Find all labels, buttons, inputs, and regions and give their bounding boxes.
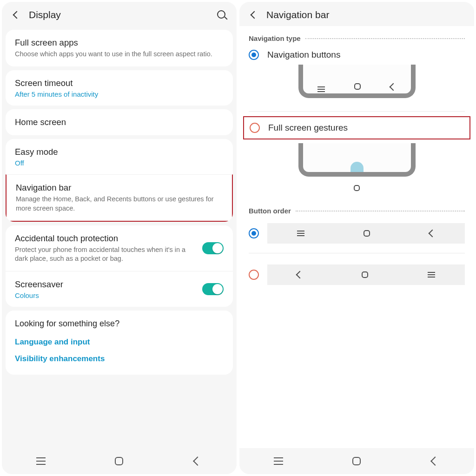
full-screen-gestures-preview [239,141,474,198]
navigation-bar-settings-screen: Navigation bar Navigation type Navigatio… [239,2,474,474]
page-title: Display [29,9,215,20]
navigation-buttons-option[interactable]: Navigation buttons [239,44,474,63]
home-icon [364,230,370,237]
recents-icon [274,461,283,462]
home-icon [115,457,123,465]
screensaver-toggle[interactable] [202,283,224,295]
radio-unselected-icon [249,270,259,280]
header: Display [2,2,237,26]
settings-list: Full screen apps Choose which apps you w… [2,26,237,448]
accidental-touch-toggle[interactable] [202,242,224,254]
home-button[interactable] [338,454,375,468]
recents-icon [317,89,325,90]
home-button[interactable] [100,454,138,468]
navbar-settings-content: Navigation type Navigation buttons [239,26,474,448]
navigation-buttons-preview [239,63,474,111]
page-title: Navigation bar [266,9,466,20]
accidental-touch-row[interactable]: Accidental touch protection Protect your… [6,225,233,271]
home-icon [362,271,368,278]
navigation-bar-row[interactable]: Navigation bar Manage the Home, Back, an… [6,174,233,221]
language-input-link[interactable]: Language and input [15,334,224,350]
display-settings-screen: Display Full screen apps Choose which ap… [2,2,237,474]
recents-button[interactable] [22,454,60,468]
back-icon [429,230,436,238]
home-icon [354,185,360,191]
recents-button[interactable] [260,454,297,468]
screen-timeout-row[interactable]: Screen timeout After 5 minutes of inacti… [6,70,233,106]
easy-mode-row[interactable]: Easy mode Off [6,139,233,174]
back-icon [389,83,397,91]
back-system-button[interactable] [179,454,216,468]
back-icon [430,456,440,466]
back-button[interactable] [10,8,23,21]
search-button[interactable] [215,8,228,21]
visibility-enhancements-link[interactable]: Visibility enhancements [15,350,224,367]
back-icon [296,271,304,279]
gesture-pill-icon [350,162,364,172]
back-button[interactable] [248,8,261,21]
button-order-option-1[interactable] [239,217,474,250]
home-icon [354,83,361,90]
screensaver-row[interactable]: Screensaver Colours [6,271,233,307]
navigation-type-section: Navigation type [239,26,474,44]
back-icon [193,456,202,466]
button-order-option-2[interactable] [239,258,474,291]
looking-for-card: Looking for something else? Language and… [6,311,233,375]
header: Navigation bar [239,2,474,26]
recents-icon [36,461,46,462]
radio-unselected-icon [250,123,260,133]
system-nav-bar [2,448,237,474]
system-nav-bar [239,448,474,474]
back-system-button[interactable] [416,454,454,468]
radio-selected-icon [249,50,259,60]
button-order-section: Button order [239,198,474,217]
home-screen-row[interactable]: Home screen [6,109,233,136]
radio-selected-icon [249,228,259,238]
search-icon [217,10,226,20]
recents-icon [297,233,304,234]
full-screen-gestures-option[interactable]: Full screen gestures [243,116,470,139]
recents-icon [428,274,435,275]
home-icon [352,457,361,465]
full-screen-apps-row[interactable]: Full screen apps Choose which apps you w… [6,30,233,66]
